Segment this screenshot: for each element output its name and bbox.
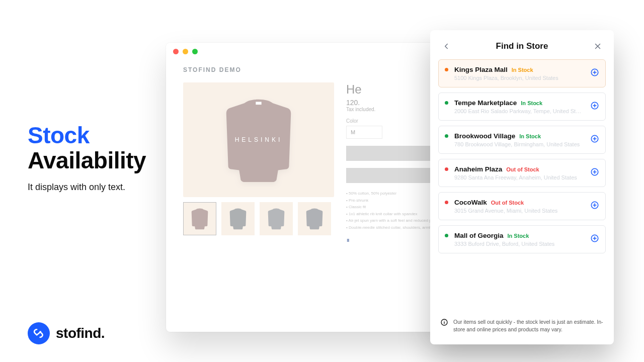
store-address: 3333 Buford Drive, Buford, United States — [454, 241, 584, 247]
store-address: 9280 Santa Ana Freeway, Anaheim, United … — [454, 174, 584, 180]
brand-lockup: stofind. — [28, 322, 105, 344]
store-name: Kings Plaza Mall — [454, 66, 508, 73]
store-info: Anaheim PlazaOut of Stock9280 Santa Ana … — [454, 165, 584, 180]
option-color-select[interactable]: M — [346, 126, 382, 139]
plus-circle-icon — [590, 201, 599, 210]
sweatshirt-icon — [211, 97, 306, 183]
plus-circle-icon — [590, 134, 599, 143]
store-address: 780 Brookwood Village, Birmingham, Unite… — [454, 141, 584, 147]
store-info: CocoWalkOut of Stock3015 Grand Avenue, M… — [454, 199, 584, 214]
store-address: 5100 Kings Plaza, Brooklyn, United State… — [454, 75, 584, 81]
stock-status: In Stock — [508, 233, 529, 239]
store-address: 2000 East Rio Salado Parkway, Tempe, Uni… — [454, 108, 584, 114]
info-icon — [440, 318, 448, 328]
store-row[interactable]: Anaheim PlazaOut of Stock9280 Santa Ana … — [438, 159, 606, 187]
product-thumbnails — [183, 202, 334, 235]
expand-button[interactable] — [590, 234, 599, 245]
site-logo[interactable]: STOFIND DEMO — [183, 66, 242, 73]
panel-footer-note: Our items sell out quickly - the stock l… — [453, 318, 604, 333]
store-row[interactable]: CocoWalkOut of Stock3015 Grand Avenue, M… — [438, 192, 606, 220]
close-button[interactable] — [592, 40, 604, 52]
expand-button[interactable] — [590, 134, 599, 145]
product-thumbnail[interactable] — [183, 202, 216, 235]
back-button[interactable] — [440, 40, 452, 52]
store-name: CocoWalk — [454, 199, 487, 206]
store-row[interactable]: Kings Plaza MallIn Stock5100 Kings Plaza… — [438, 59, 606, 87]
status-dot-icon — [445, 201, 448, 204]
chevron-left-icon — [442, 42, 451, 51]
store-name: Anaheim Plaza — [454, 165, 502, 173]
stock-status: In Stock — [521, 100, 542, 106]
expand-button[interactable] — [590, 68, 599, 79]
panel-header: Find in Store — [430, 30, 614, 59]
status-dot-icon — [445, 68, 448, 71]
expand-button[interactable] — [590, 101, 599, 112]
expand-button[interactable] — [590, 167, 599, 178]
plus-circle-icon — [590, 68, 599, 77]
find-in-store-panel: Find in Store Kings Plaza MallIn Stock51… — [430, 30, 614, 344]
traffic-light-minimize-icon[interactable] — [183, 49, 188, 54]
store-info: Kings Plaza MallIn Stock5100 Kings Plaza… — [454, 66, 584, 81]
plus-circle-icon — [590, 234, 599, 243]
product-thumbnail[interactable] — [260, 202, 293, 235]
plus-circle-icon — [590, 101, 599, 110]
stock-status: Out of Stock — [491, 200, 524, 206]
stock-status: Out of Stock — [506, 166, 539, 172]
panel-title: Find in Store — [496, 41, 548, 51]
stock-status: In Stock — [512, 67, 533, 73]
plus-circle-icon — [590, 167, 599, 176]
status-dot-icon — [445, 134, 448, 138]
product-thumbnail[interactable] — [221, 202, 255, 235]
store-info: Mall of GeorgiaIn Stock3333 Buford Drive… — [454, 232, 584, 247]
product-thumbnail[interactable] — [298, 202, 331, 235]
store-list: Kings Plaza MallIn Stock5100 Kings Plaza… — [430, 59, 614, 314]
stock-status: In Stock — [519, 133, 541, 139]
product-image-text: HELSINKI — [235, 136, 283, 143]
store-row[interactable]: Mall of GeorgiaIn Stock3333 Buford Drive… — [438, 225, 606, 253]
traffic-light-close-icon[interactable] — [173, 49, 179, 54]
status-dot-icon — [445, 167, 448, 171]
store-row[interactable]: Tempe MarketplaceIn Stock2000 East Rio S… — [438, 93, 606, 121]
traffic-light-zoom-icon[interactable] — [192, 49, 198, 54]
store-name: Tempe Marketplace — [454, 99, 517, 107]
expand-button[interactable] — [590, 201, 599, 212]
store-address: 3015 Grand Avenue, Miami, United States — [454, 208, 584, 214]
panel-footer: Our items sell out quickly - the stock l… — [430, 314, 614, 344]
brand-logo-icon — [28, 322, 50, 344]
store-info: Tempe MarketplaceIn Stock2000 East Rio S… — [454, 99, 584, 114]
status-dot-icon — [445, 234, 448, 237]
store-info: Brookwood VillageIn Stock780 Brookwood V… — [454, 132, 584, 147]
status-dot-icon — [445, 101, 448, 105]
brand-name: stofind. — [56, 325, 105, 341]
product-main-image: HELSINKI — [183, 82, 334, 197]
store-name: Brookwood Village — [454, 132, 515, 140]
store-row[interactable]: Brookwood VillageIn Stock780 Brookwood V… — [438, 126, 606, 154]
product-gallery: HELSINKI — [183, 82, 334, 243]
close-icon — [593, 42, 602, 51]
store-name: Mall of Georgia — [454, 232, 504, 239]
